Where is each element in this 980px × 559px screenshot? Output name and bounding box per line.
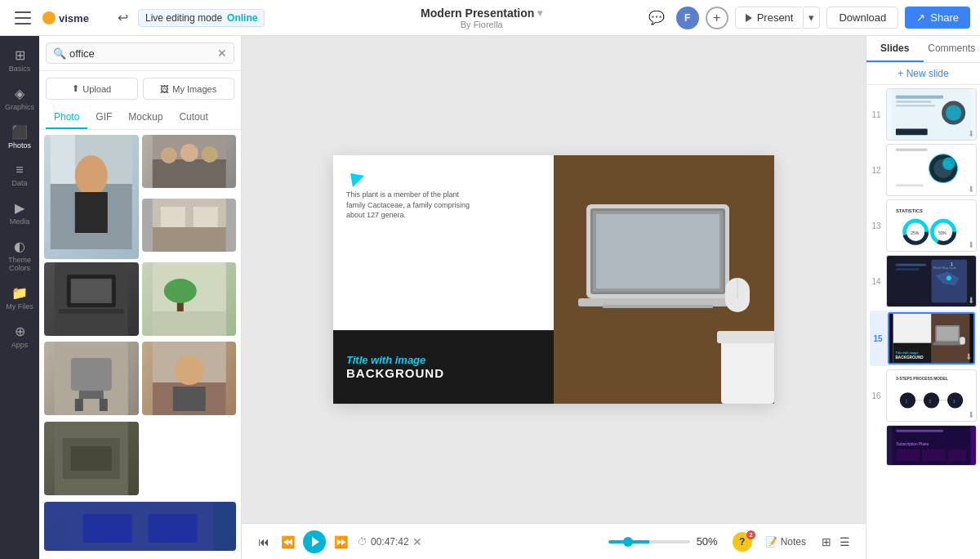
sidebar-item-theme-colors[interactable]: ◐ Theme Colors (2, 234, 38, 277)
slide-thumbnail-11[interactable]: ⬇ (886, 88, 977, 141)
sidebar-item-media[interactable]: ▶ Media (2, 195, 38, 230)
tab-slides[interactable]: Slides (866, 36, 924, 62)
svg-rect-5 (75, 192, 108, 233)
tab-photo[interactable]: Photo (46, 106, 87, 129)
zoom-slider[interactable] (608, 540, 690, 543)
slide-number-11: 11 (870, 110, 883, 119)
main-content: ⊞ Basics ◈ Graphics ⬛ Photos ≡ Data ▶ Me… (0, 36, 980, 559)
clear-search-button[interactable]: ✕ (217, 47, 227, 60)
search-input-wrapper: 🔍 ✕ (46, 42, 234, 64)
notes-button[interactable]: 📝 Notes (759, 533, 813, 551)
undo-button[interactable]: ↩ (114, 7, 131, 29)
slide-number-14: 14 (870, 277, 883, 286)
notification-badge: 2 (746, 530, 755, 539)
sidebar-item-graphics[interactable]: ◈ Graphics (2, 81, 38, 116)
current-time: 00:47:42 (371, 536, 409, 548)
new-slide-button[interactable]: + New slide (866, 63, 980, 85)
play-pause-button[interactable] (303, 530, 326, 553)
tab-gif[interactable]: GIF (87, 106, 120, 129)
svg-rect-46 (603, 305, 713, 308)
search-input[interactable] (69, 47, 217, 60)
slide-thumbnail-15[interactable]: Title with image BACKGROUND ⬇ (888, 312, 975, 364)
list-item[interactable] (44, 342, 139, 415)
sidebar-item-apps[interactable]: ⊕ Apps (2, 319, 38, 354)
slide-thumbnail-12[interactable]: ⬇ (886, 144, 977, 196)
slide-arrow-decoration (345, 168, 364, 187)
slide-frame[interactable]: This plant is a member of the plant fami… (333, 155, 774, 404)
svg-rect-52 (896, 96, 943, 99)
svg-rect-87 (960, 337, 965, 344)
slide-canvas: This plant is a member of the plant fami… (242, 36, 866, 523)
live-mode-badge: Live editing mode Online (138, 9, 265, 27)
slide-thumb-row-17: Subscription Plane (870, 425, 977, 466)
slide-number-15: 15 (871, 334, 884, 343)
slide-thumbnail-13[interactable]: STATISTICS 25% 50% ⬇ (886, 199, 977, 252)
svg-rect-37 (83, 514, 132, 543)
svg-point-91 (924, 392, 939, 408)
topbar-left: visme ↩ Live editing mode Online (10, 7, 320, 29)
step-forward-button[interactable]: ⏩ (331, 532, 351, 552)
list-item[interactable] (142, 135, 237, 188)
svg-text:3: 3 (953, 400, 956, 404)
tab-mockup[interactable]: Mockup (120, 106, 171, 129)
slide-thumbnail-14[interactable]: World Map Slide 1 ⬇ (886, 255, 977, 307)
my-images-icon: 🖼 (160, 84, 169, 94)
svg-text:1: 1 (951, 262, 953, 266)
slide-thumb-row-11: 11 ⬇ (870, 88, 977, 141)
graphics-icon: ◈ (15, 86, 24, 101)
search-bar: 🔍 ✕ (39, 36, 241, 71)
svg-rect-86 (933, 342, 962, 346)
present-dropdown-button[interactable]: ▾ (804, 7, 820, 29)
media-icon: ▶ (15, 200, 24, 216)
slide-thumb-row-15: 15 Title with image BACKGROUND (870, 311, 977, 366)
hamburger-icon (15, 11, 31, 25)
topbar-center: Modern Presentation ▾ By Fiorella (327, 7, 637, 29)
grid-view-button[interactable]: ⊞ (819, 533, 834, 551)
list-item[interactable] (44, 422, 139, 495)
present-button[interactable]: Present (735, 7, 804, 29)
upload-button[interactable]: ⬆ Upload (46, 78, 138, 100)
avatar: F (676, 7, 699, 29)
slide-title: Title with image (346, 354, 541, 366)
list-item[interactable] (44, 502, 236, 551)
slide-description: This plant is a member of the plant fami… (346, 190, 477, 221)
list-item[interactable] (44, 262, 139, 336)
sidebar-item-my-files[interactable]: 📁 My Files (2, 280, 38, 315)
share-button[interactable]: ↗ Share (905, 7, 970, 29)
sidebar-item-photos[interactable]: ⬛ Photos (2, 119, 38, 154)
add-collaborator-button[interactable]: + (706, 7, 728, 29)
close-time-button[interactable]: ✕ (412, 535, 422, 548)
download-button[interactable]: Download (826, 7, 898, 29)
list-item[interactable] (142, 199, 237, 252)
step-back-button[interactable]: ⏪ (278, 532, 298, 552)
list-view-button[interactable]: ☰ (837, 533, 853, 551)
svg-text:2: 2 (929, 400, 932, 404)
list-item[interactable] (142, 342, 237, 415)
my-images-button[interactable]: 🖼 My Images (143, 78, 235, 100)
svg-rect-53 (896, 101, 932, 103)
svg-text:BACKGROUND: BACKGROUND (895, 356, 924, 360)
list-item[interactable] (142, 262, 237, 336)
prev-frame-button[interactable]: ⏮ (255, 532, 273, 552)
svg-rect-13 (152, 227, 225, 252)
svg-rect-77 (896, 264, 926, 266)
icon-sidebar: ⊞ Basics ◈ Graphics ⬛ Photos ≡ Data ▶ Me… (0, 36, 39, 559)
list-item[interactable] (44, 135, 139, 259)
tab-cutout[interactable]: Cutout (171, 106, 216, 129)
svg-rect-49 (721, 335, 774, 404)
view-buttons: ⊞ ☰ (819, 533, 853, 551)
sidebar-item-basics[interactable]: ⊞ Basics (2, 42, 38, 78)
play-icon (746, 14, 752, 22)
tab-comments[interactable]: Comments (924, 36, 981, 62)
theme-colors-icon: ◐ (14, 239, 25, 254)
help-button[interactable]: ? 2 (733, 532, 752, 552)
chat-button[interactable]: 💬 (644, 7, 670, 29)
presentation-title: Modern Presentation ▾ (421, 7, 542, 20)
svg-rect-101 (896, 449, 920, 461)
slide-thumbnail-17[interactable]: Subscription Plane (886, 425, 977, 466)
export-icon-12: ⬇ (968, 185, 974, 194)
sidebar-item-data[interactable]: ≡ Data (2, 158, 38, 192)
menu-button[interactable] (10, 8, 36, 28)
slide-thumbnail-16[interactable]: 3-STEPS PROCESS MODEL 1 2 3 ⬇ (886, 369, 977, 422)
svg-point-9 (160, 147, 176, 163)
